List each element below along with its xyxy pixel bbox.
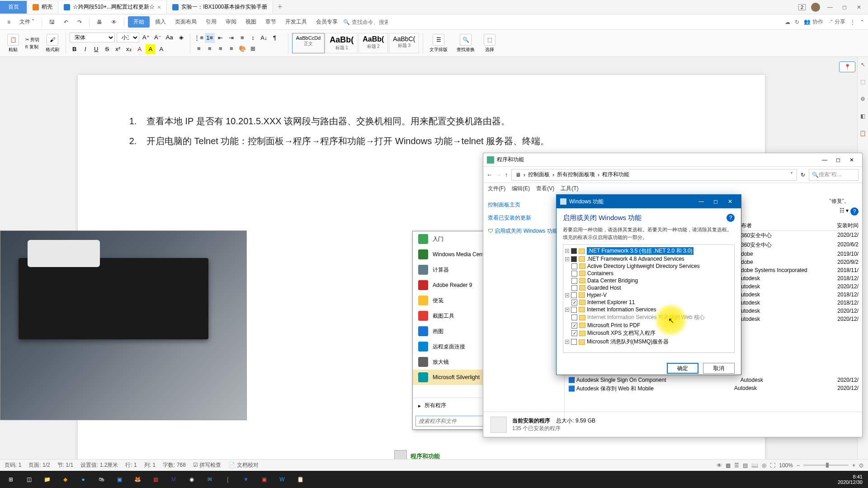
undo-icon[interactable]: ↶ — [60, 17, 72, 27]
print-layout-icon[interactable]: ▦ — [726, 462, 731, 469]
menu-view[interactable]: 视图 — [242, 16, 260, 28]
read-mode-icon[interactable]: 📖 — [751, 462, 758, 469]
sync-icon[interactable]: ↻ — [795, 19, 799, 25]
decrease-font-icon[interactable]: A⁻ — [153, 33, 163, 42]
style-h3[interactable]: AaBbC(标题 3 — [389, 33, 419, 53]
share-button[interactable]: ↗ 分享 — [828, 18, 845, 26]
expand-icon[interactable]: + — [565, 257, 569, 261]
tab-document-2[interactable]: 实验一：IBX1000基本操作实验手册 — [167, 1, 273, 14]
feature-item[interactable]: Data Center Bridging — [565, 277, 732, 284]
minimize-icon[interactable]: — — [818, 155, 831, 165]
feature-item[interactable]: Containers — [565, 270, 732, 277]
checkbox[interactable] — [571, 314, 577, 320]
bullets-icon[interactable]: ⋮≡ — [194, 33, 204, 43]
sort-icon[interactable]: A↓ — [259, 33, 269, 43]
app-icon[interactable]: ◆ — [56, 472, 74, 487]
firefox-icon[interactable]: 🦊 — [128, 472, 146, 487]
checkbox[interactable] — [571, 292, 577, 298]
cancel-button[interactable]: 取消 — [703, 363, 735, 374]
clipboard-icon[interactable]: 📋 — [859, 129, 867, 137]
feature-item[interactable]: Microsoft XPS 文档写入程序 — [565, 329, 732, 338]
shading-icon[interactable]: 🎨 — [237, 44, 247, 54]
indent-left-icon[interactable]: ⇤ — [216, 33, 226, 43]
system-tray[interactable]: 8:41 2020/12/30 — [834, 474, 866, 485]
menu-edit[interactable]: 编辑(E) — [512, 185, 530, 192]
fit-icon[interactable]: ⊙ — [859, 462, 863, 469]
maximize-icon[interactable]: ◻ — [831, 155, 845, 165]
hamburger-icon[interactable]: ≡ — [4, 17, 14, 27]
app-icon[interactable]: [ — [219, 472, 237, 487]
menu-member[interactable]: 会员专享 — [312, 16, 341, 28]
menu-dev[interactable]: 开发工具 — [282, 16, 311, 28]
borders-icon[interactable]: ⊞ — [248, 44, 258, 54]
app-icon[interactable]: ▼ — [237, 472, 255, 487]
close-icon[interactable]: ✕ — [854, 4, 863, 10]
taskview-icon[interactable]: ◫ — [20, 472, 38, 487]
tab-add[interactable]: + — [273, 2, 287, 12]
start-button[interactable]: ⊞ — [2, 472, 20, 487]
preview-icon[interactable]: 👁 — [108, 17, 120, 27]
pf-program-list[interactable]: 布者安装时间 360安全中心2020/12/ 360安全中心2020/6/2 d… — [741, 221, 859, 323]
outline-icon[interactable]: ☰ — [734, 462, 739, 469]
redo-icon[interactable]: ↷ — [74, 17, 85, 27]
tab-daoke[interactable]: 稻壳 — [27, 1, 58, 14]
settings-icon[interactable]: ⚙ — [859, 95, 867, 103]
web-layout-icon[interactable]: ▤ — [743, 462, 748, 469]
updates-link[interactable]: 查看已安装的更新 — [488, 211, 560, 225]
menu-file[interactable]: 文件 ˅ — [16, 16, 38, 28]
app-icon[interactable]: ✉ — [201, 472, 219, 487]
expand-icon[interactable]: + — [565, 293, 569, 297]
explorer-icon[interactable]: 📁 — [38, 472, 56, 487]
format-painter[interactable]: 🖌 格式刷 — [43, 34, 62, 53]
app-icon[interactable]: 📋 — [291, 472, 309, 487]
app-icon[interactable]: ▣ — [255, 472, 273, 487]
cut-button[interactable]: ✂ 剪切 — [25, 37, 39, 43]
checkbox[interactable] — [571, 285, 577, 291]
cp-home-link[interactable]: 控制面板主页 — [488, 198, 560, 211]
print-icon[interactable]: 🖶 — [93, 17, 106, 27]
pf-search[interactable]: 🔍 搜索"程... — [809, 169, 859, 181]
close-icon[interactable]: ✕ — [845, 155, 859, 165]
view-icon[interactable]: 👁 — [717, 462, 722, 469]
wf-titlebar[interactable]: Windows 功能 — ◻ ✕ — [557, 195, 741, 208]
collab-button[interactable]: 👥 协作 — [804, 18, 823, 26]
feature-item[interactable]: Guarded Host — [565, 284, 732, 291]
menu-layout[interactable]: 页面布局 — [171, 16, 200, 28]
feature-item[interactable]: +.NET Framework 4.8 Advanced Services — [565, 255, 732, 263]
clear-format-icon[interactable]: ◈ — [176, 33, 186, 42]
menu-view[interactable]: 查看(V) — [536, 185, 554, 192]
checkbox[interactable] — [571, 307, 577, 313]
highlight-icon[interactable]: A — [146, 44, 156, 54]
feature-item[interactable]: +Microsoft 消息队列(MSMQ)服务器 — [565, 338, 732, 346]
properties-icon[interactable]: ◧ — [859, 112, 867, 120]
feature-item[interactable]: Active Directory Lightweight Directory S… — [565, 263, 732, 270]
paste-icon[interactable]: 📋 — [7, 34, 19, 46]
checkbox[interactable] — [571, 339, 577, 345]
checkbox[interactable] — [571, 256, 577, 262]
zoom-slider[interactable] — [803, 465, 849, 466]
checkbox[interactable] — [571, 271, 577, 277]
font-effect-icon[interactable]: A — [156, 44, 166, 54]
change-case-icon[interactable]: Aa — [165, 33, 175, 42]
table-row[interactable]: 🟦 Autodesk 保存到 Web 和 MobileAutodesk2020/… — [568, 384, 859, 394]
align-left-icon[interactable]: ≡ — [194, 44, 204, 54]
expand-icon[interactable]: + — [565, 340, 569, 344]
minimize-icon[interactable]: — — [826, 4, 835, 10]
save-icon[interactable]: 🖫 — [46, 17, 58, 27]
status-proof[interactable]: 📄 文档校对 — [228, 461, 258, 469]
minimize-icon[interactable]: — — [694, 195, 708, 208]
checkbox[interactable] — [571, 300, 577, 305]
menu-insert[interactable]: 插入 — [151, 16, 170, 28]
collapse-icon[interactable]: ⌃ — [860, 19, 864, 25]
indent-right-icon[interactable]: ⇥ — [226, 33, 236, 43]
font-color-icon[interactable]: A — [135, 44, 145, 54]
menu-section[interactable]: 章节 — [262, 16, 280, 28]
italic-icon[interactable]: I — [80, 44, 90, 54]
checkbox[interactable] — [571, 330, 577, 336]
styles-gallery[interactable]: AaBbCcDd正文 AaBb(标题 1 AaBb(标题 2 AaBbC(标题 … — [292, 33, 420, 53]
breadcrumb[interactable]: 🖥 ›控制面板 ›所有控制面板项 ›程序和功能 ˅ — [511, 169, 797, 181]
maximize-icon[interactable]: ◻ — [708, 195, 723, 208]
bold-icon[interactable]: B — [70, 44, 80, 54]
fullscreen-icon[interactable]: ⛶ — [770, 462, 775, 469]
feature-item[interactable]: Microsoft Print to PDF — [565, 322, 732, 329]
